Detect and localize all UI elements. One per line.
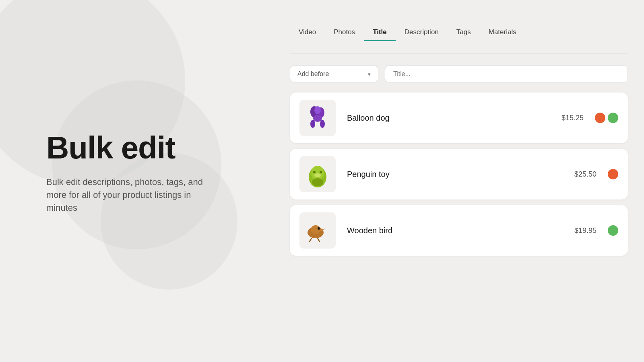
svg-point-4 [320,120,325,128]
product-name: Wooden bird [347,226,574,235]
status-dot-orange [595,113,605,123]
product-card-balloon-dog[interactable]: Balloon dog $15.25 [290,93,628,143]
status-dots [608,169,618,179]
svg-point-10 [320,171,322,173]
svg-point-3 [310,120,315,128]
svg-point-9 [313,171,316,173]
status-dots [608,225,618,236]
svg-point-8 [312,178,323,186]
svg-point-2 [313,115,322,122]
tab-description[interactable]: Description [396,24,448,41]
product-image-balloon-dog [299,100,336,136]
svg-line-16 [318,238,320,242]
status-dot-orange [608,169,618,179]
left-section: Bulk edit Bulk edit descriptions, photos… [0,0,274,362]
svg-line-15 [310,238,312,242]
status-dots [595,113,618,123]
sub-text: Bulk edit descriptions, photos, tags, an… [46,176,215,214]
add-before-dropdown[interactable]: Add before ▾ [290,65,378,83]
toolbar: Add before ▾ [290,65,628,83]
product-price: $19.95 [574,226,597,235]
product-price: $15.25 [561,114,584,122]
right-section: Video Photos Title Description Tags Mate… [290,24,628,261]
tabs-bar: Video Photos Title Description Tags Mate… [290,24,628,41]
product-price: $25.50 [574,170,597,179]
tabs-divider [290,53,628,54]
product-card-penguin-toy[interactable]: Penguin toy $25.50 [290,149,628,200]
product-image-penguin-toy [299,156,336,192]
tab-title[interactable]: Title [364,24,396,41]
product-name: Penguin toy [347,170,574,179]
dropdown-arrow-icon: ▾ [368,71,371,77]
status-dot-green [608,225,618,236]
product-card-wooden-bird[interactable]: Wooden bird $19.95 [290,205,628,256]
tab-photos[interactable]: Photos [325,24,364,41]
svg-point-7 [311,166,324,180]
svg-point-13 [311,225,320,234]
tab-video[interactable]: Video [290,24,325,41]
main-heading: Bulk edit [46,132,274,165]
product-list: Balloon dog $15.25 Penguin toy $25.50 Wo… [290,93,628,256]
tab-tags[interactable]: Tags [448,24,480,41]
svg-point-11 [314,173,321,177]
svg-point-17 [318,227,320,230]
svg-point-5 [314,106,321,114]
product-name: Balloon dog [347,113,561,123]
tab-materials[interactable]: Materials [480,24,525,41]
status-dot-green [608,113,618,123]
product-image-wooden-bird [299,212,336,249]
add-before-label: Add before [297,70,329,78]
title-input[interactable] [385,65,628,83]
